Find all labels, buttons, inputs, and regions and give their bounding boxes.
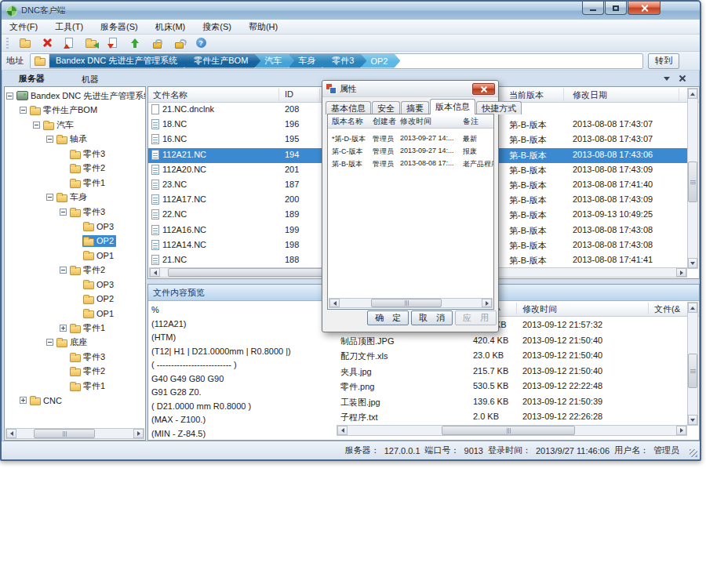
dialog-tab[interactable]: 版本信息 — [430, 99, 475, 114]
tree-node[interactable]: OP1 — [82, 249, 116, 261]
breadcrumb-item[interactable]: 零件生产BOM — [184, 54, 260, 68]
tree-item[interactable]: OP1 — [5, 249, 116, 263]
breadcrumb-item[interactable]: Bandex DNC 先进生产管理系统 — [49, 54, 190, 68]
column-modify-date[interactable]: 修改日期 — [573, 89, 607, 101]
tree-item[interactable]: 轴承 — [5, 132, 89, 147]
tree-node[interactable]: OP3 — [82, 220, 116, 232]
scroll-down-button[interactable] — [688, 415, 697, 425]
check-in-file-icon[interactable] — [62, 36, 76, 50]
breadcrumb-item[interactable]: 零件3 — [322, 54, 366, 68]
tree-item[interactable]: 零件3 — [5, 147, 107, 161]
upload-icon[interactable] — [128, 36, 142, 50]
menu-server[interactable]: 服务器(S) — [100, 21, 138, 33]
go-button[interactable]: 转到 — [648, 53, 679, 69]
tree-node[interactable]: 零件3 — [69, 350, 107, 364]
scroll-right-button[interactable] — [482, 299, 492, 307]
expand-icon[interactable] — [20, 397, 27, 404]
tree-node[interactable]: Bandex DNC 先进生产管理系统 — [16, 89, 146, 103]
table-row[interactable]: 夹具.jpg215.7 KB2013-09-12 21:50:40 — [336, 365, 688, 379]
help-icon[interactable]: ? — [194, 36, 208, 50]
title-bar[interactable]: DNC客户端 — [2, 2, 700, 20]
scroll-left-button[interactable] — [337, 426, 348, 435]
ok-button[interactable]: 确 定 — [367, 310, 409, 325]
tab-server[interactable]: 服务器 — [8, 71, 56, 86]
resize-grip[interactable] — [690, 449, 697, 457]
toolbar-grip[interactable] — [6, 38, 9, 49]
tree-hscrollbar[interactable] — [5, 428, 144, 439]
collapse-icon[interactable] — [46, 194, 53, 201]
scroll-track[interactable] — [340, 299, 482, 307]
column-current-version[interactable]: 当前版本 — [509, 89, 544, 101]
breadcrumb-item[interactable]: 车身 — [289, 54, 328, 68]
scroll-down-button[interactable] — [688, 258, 697, 268]
column-modify-time[interactable]: 修改时间 — [522, 303, 557, 315]
panel-menu-button[interactable] — [662, 74, 671, 83]
tree-item[interactable]: Bandex DNC 先进生产管理系统 — [5, 89, 146, 103]
collapse-icon[interactable] — [60, 267, 67, 274]
version-row[interactable]: *第-D-版本管理员2013-09-27 14:...最新 — [328, 132, 493, 145]
collapse-icon[interactable] — [20, 107, 27, 114]
tree-item[interactable]: 零件1 — [5, 321, 107, 335]
table-row[interactable]: 制品顶图.JPG420.4 KB2013-09-12 21:50:40 — [336, 334, 688, 349]
unlock-icon[interactable] — [172, 36, 186, 50]
column-version-name[interactable]: 版本名称 — [332, 116, 363, 127]
scroll-track[interactable] — [16, 429, 133, 438]
tree-item[interactable]: 零件1 — [5, 379, 107, 393]
scroll-track[interactable] — [688, 99, 697, 258]
scroll-left-button[interactable] — [6, 429, 16, 438]
version-row[interactable]: 第-C-版本管理员2013-09-27 14:...报废 — [328, 145, 493, 158]
tree-item[interactable]: 零件3 — [5, 205, 107, 219]
tree-item[interactable]: 汽车 — [5, 118, 76, 132]
collapse-icon[interactable] — [46, 136, 53, 143]
minimize-button[interactable] — [582, 2, 604, 15]
collapse-icon[interactable] — [60, 209, 67, 216]
scroll-left-button[interactable] — [329, 299, 340, 307]
scroll-track[interactable] — [688, 313, 697, 415]
delete-icon[interactable] — [40, 36, 54, 50]
tree-item[interactable]: 零件2 — [5, 162, 107, 176]
lock-icon[interactable] — [150, 36, 164, 50]
expand-icon[interactable] — [60, 325, 67, 332]
dialog-tab[interactable]: 安全 — [372, 101, 400, 114]
tree-item[interactable]: CNC — [5, 394, 64, 408]
menu-file[interactable]: 文件(F) — [9, 21, 38, 33]
version-row[interactable]: 第-B-版本管理员2013-08-08 17:...老产品程序 — [328, 158, 493, 170]
panel-close-button[interactable] — [678, 74, 687, 83]
column-creator[interactable]: 创建者 — [373, 116, 396, 127]
tree-node[interactable]: OP2 — [82, 293, 116, 305]
tree-node[interactable]: 零件1 — [69, 379, 107, 393]
tree-node[interactable]: 零件3 — [69, 205, 107, 219]
tree-node[interactable]: CNC — [29, 394, 64, 406]
tree-item[interactable]: OP2 — [5, 292, 116, 306]
attachment-vscrollbar[interactable] — [687, 302, 698, 426]
column-remark[interactable]: 备注 — [463, 116, 479, 127]
tree-item[interactable]: OP3 — [5, 220, 116, 234]
tree-item[interactable]: 零件1 — [5, 176, 107, 190]
tree-node[interactable]: OP2 — [82, 235, 116, 247]
tree-item[interactable]: 零件生产BOM — [5, 103, 100, 118]
scroll-right-button[interactable] — [676, 268, 686, 277]
dialog-tab[interactable]: 快捷方式 — [476, 101, 522, 114]
tree-node[interactable]: 零件2 — [69, 162, 107, 175]
tree-node[interactable]: 零件2 — [69, 263, 107, 277]
tree-item[interactable]: 零件3 — [5, 350, 107, 364]
tree-item[interactable]: 零件2 — [5, 263, 107, 277]
tree-item[interactable]: 车身 — [5, 191, 89, 205]
dialog-tab[interactable]: 摘要 — [401, 101, 429, 114]
menu-help[interactable]: 帮助(H) — [249, 21, 278, 33]
maximize-button[interactable] — [605, 2, 627, 15]
export-folder-icon[interactable] — [84, 36, 98, 50]
dialog-hscrollbar[interactable] — [329, 298, 493, 308]
address-field[interactable]: Bandex DNC 先进生产管理系统零件生产BOM汽车车身零件3OP2 — [30, 53, 643, 69]
tree-node[interactable]: 汽车 — [42, 118, 76, 132]
menu-tools[interactable]: 工具(T) — [55, 21, 83, 33]
close-button[interactable] — [628, 2, 661, 15]
scroll-right-button[interactable] — [676, 426, 686, 435]
tree-node[interactable]: 零件3 — [69, 147, 107, 161]
breadcrumb-item[interactable]: OP2 — [361, 54, 400, 68]
tree-node[interactable]: 零件1 — [69, 176, 107, 190]
address-folder-icon[interactable] — [31, 54, 49, 68]
column-modify-time[interactable]: 修改时间 — [400, 116, 431, 127]
table-row[interactable]: 子程序.txt2.0 KB2013-09-12 22:26:28 — [336, 410, 688, 425]
collapse-icon[interactable] — [46, 339, 53, 346]
